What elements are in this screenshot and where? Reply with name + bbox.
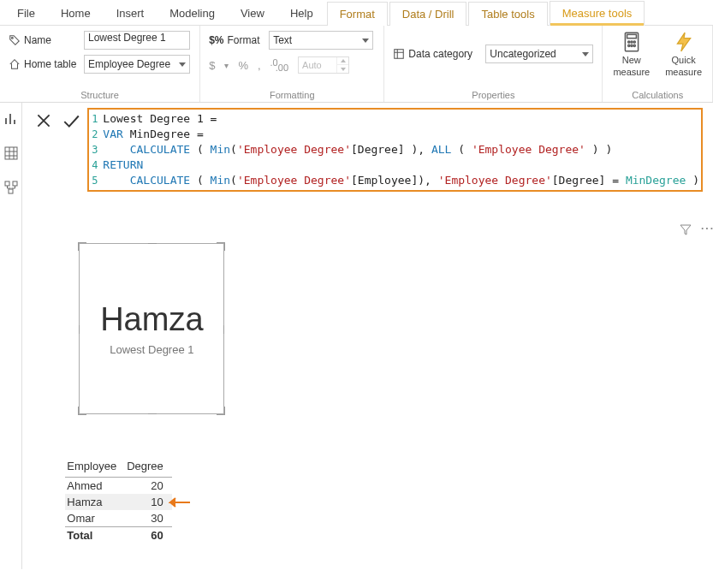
formula-bar: 1Lowest Degree 1 = 2VAR MinDegree = 3 CA… <box>34 108 703 192</box>
svg-point-6 <box>633 41 635 43</box>
col-degree[interactable]: Degree <box>125 457 172 478</box>
code-line-5: CALCULATE ( Min('Employee Degree'[Employ… <box>103 173 699 188</box>
home-table-select[interactable]: Employee Degree <box>84 55 190 74</box>
cancel-formula-icon[interactable] <box>34 111 53 130</box>
decimals-button[interactable]: .0.00 <box>270 60 288 70</box>
gutter-4: 4 <box>91 157 103 173</box>
svg-point-7 <box>627 45 629 46</box>
tab-table-tools[interactable]: Table tools <box>468 2 547 26</box>
tab-view[interactable]: View <box>229 2 276 25</box>
card-value: Hamza <box>100 301 203 338</box>
svg-rect-3 <box>627 34 636 38</box>
svg-rect-1 <box>395 50 404 59</box>
tab-home[interactable]: Home <box>49 2 103 25</box>
tab-format[interactable]: Format <box>327 2 388 26</box>
tab-help[interactable]: Help <box>278 2 325 25</box>
table-visual[interactable]: Employee Degree Ahmed20 Hamza 10 <box>65 457 713 543</box>
quick-measure-line2: measure <box>665 67 702 77</box>
gutter-2: 2 <box>91 127 103 142</box>
filter-icon[interactable] <box>679 223 692 236</box>
code-line-2: VAR MinDegree = <box>103 127 210 142</box>
new-measure-line2: measure <box>613 67 650 77</box>
tab-data-drill[interactable]: Data / Drill <box>389 2 467 26</box>
ribbon-group-calculations: New measure Quick measure Calculations <box>603 26 713 102</box>
quick-measure-line1: Quick <box>672 55 696 65</box>
resize-handle[interactable] <box>78 407 86 415</box>
format-value: Text <box>273 34 292 46</box>
table-row[interactable]: Omar30 <box>65 510 171 527</box>
ribbon-group-properties: Data category Uncategorized Properties <box>384 26 603 102</box>
table-row[interactable]: Hamza 10 <box>65 494 171 510</box>
svg-rect-13 <box>9 189 13 193</box>
model-view-icon[interactable] <box>3 180 19 195</box>
resize-handle[interactable] <box>223 325 224 334</box>
stepper-up-icon[interactable] <box>337 57 348 65</box>
commit-formula-icon[interactable] <box>62 111 80 130</box>
new-measure-line1: New <box>622 55 641 65</box>
code-line-4: RETURN <box>103 157 143 173</box>
home-icon <box>9 58 21 70</box>
quick-measure-button[interactable]: Quick measure <box>663 31 704 77</box>
ribbon: Name Lowest Degree 1 Home table Employee… <box>0 26 713 103</box>
formula-editor[interactable]: 1Lowest Degree 1 = 2VAR MinDegree = 3 CA… <box>87 108 703 192</box>
gutter-5: 5 <box>91 173 103 188</box>
group-title-calculations: Calculations <box>611 88 704 100</box>
group-title-properties: Properties <box>393 88 593 100</box>
tab-insert[interactable]: Insert <box>104 2 157 25</box>
card-visual[interactable]: Hamza Lowest Degree 1 <box>79 243 224 414</box>
code-line-1: Lowest Degree 1 = <box>103 111 223 127</box>
data-category-select[interactable]: Uncategorized <box>485 45 593 63</box>
decimals-stepper[interactable]: Auto <box>298 56 349 74</box>
quick-measure-icon <box>672 31 696 53</box>
resize-handle[interactable] <box>217 407 225 415</box>
gutter-3: 3 <box>91 142 103 157</box>
group-title-structure: Structure <box>9 88 191 100</box>
comma-button[interactable]: , <box>258 59 261 72</box>
data-category-value: Uncategorized <box>490 48 556 60</box>
col-employee[interactable]: Employee <box>65 457 125 478</box>
svg-rect-10 <box>5 147 17 159</box>
table-row[interactable]: Ahmed20 <box>65 478 171 495</box>
decimals-value: Auto <box>299 60 336 70</box>
resize-handle[interactable] <box>148 413 157 414</box>
name-input[interactable]: Lowest Degree 1 <box>84 31 190 50</box>
tab-measure-tools[interactable]: Measure tools <box>550 1 645 26</box>
currency-dropdown-icon[interactable]: ▾ <box>224 61 229 70</box>
card-caption: Lowest Degree 1 <box>110 343 193 356</box>
svg-point-4 <box>627 41 629 43</box>
resize-handle[interactable] <box>148 243 157 244</box>
name-label: Name <box>9 34 79 46</box>
tab-file[interactable]: File <box>5 2 47 25</box>
stepper-down-icon[interactable] <box>337 65 348 73</box>
resize-handle[interactable] <box>78 242 86 251</box>
tab-modeling[interactable]: Modeling <box>157 2 227 25</box>
data-category-label: Data category <box>393 48 480 60</box>
percent-button[interactable]: % <box>238 59 248 72</box>
new-measure-button[interactable]: New measure <box>611 31 651 77</box>
more-options-icon[interactable]: ··· <box>701 223 713 236</box>
format-buttons: $ ▾ % , .0.00 Auto <box>209 56 375 74</box>
svg-point-0 <box>12 38 14 39</box>
home-table-value: Employee Degree <box>88 58 170 70</box>
currency-button[interactable]: $ <box>209 59 215 72</box>
report-view-icon[interactable] <box>3 111 19 127</box>
group-title-formatting: Formatting <box>209 88 375 100</box>
calculator-icon <box>620 31 644 53</box>
chevron-down-icon <box>582 52 589 56</box>
chevron-down-icon <box>179 62 186 67</box>
ribbon-group-formatting: $% Format Text $ ▾ % , .0.00 Auto <box>200 26 384 102</box>
svg-point-5 <box>631 41 633 43</box>
home-table-label: Home table <box>9 58 79 70</box>
gutter-1: 1 <box>91 111 103 127</box>
data-view-icon[interactable] <box>3 146 19 161</box>
format-label: $% Format <box>209 34 264 46</box>
chevron-down-icon <box>362 39 369 43</box>
svg-rect-11 <box>5 181 9 186</box>
svg-point-9 <box>633 45 635 46</box>
ribbon-tabstrip: File Home Insert Modeling View Help Form… <box>0 0 713 26</box>
code-line-3: CALCULATE ( Min('Employee Degree'[Degree… <box>103 142 612 157</box>
resize-handle[interactable] <box>217 242 225 251</box>
table-total-row: Total60 <box>65 527 171 544</box>
format-select[interactable]: Text <box>269 31 373 50</box>
resize-handle[interactable] <box>79 325 80 334</box>
